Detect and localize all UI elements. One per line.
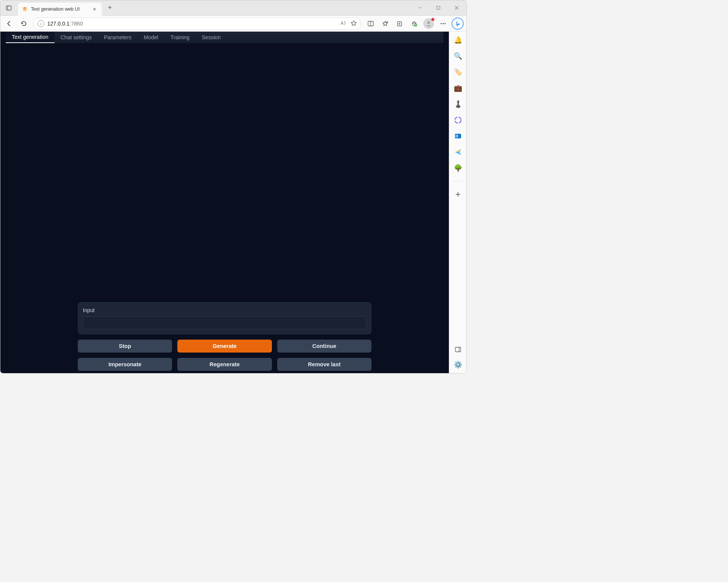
- content-row: Text generation Chat settings Parameters…: [0, 32, 466, 373]
- site-info-icon[interactable]: i: [37, 20, 44, 27]
- continue-button[interactable]: Continue: [277, 340, 371, 353]
- collections-icon[interactable]: [393, 17, 406, 30]
- regenerate-button[interactable]: Regenerate: [177, 358, 272, 371]
- input-panel: Input: [78, 302, 371, 334]
- new-tab-button[interactable]: +: [104, 2, 116, 14]
- tree-icon[interactable]: 🌳: [453, 163, 463, 173]
- tab-chat-settings[interactable]: Chat settings: [55, 32, 98, 43]
- sidebar-panel-icon[interactable]: [453, 344, 463, 355]
- maximize-button[interactable]: [430, 2, 447, 14]
- tab-parameters[interactable]: Parameters: [98, 32, 137, 43]
- nav-bar: i 127.0.0.1:7860 A: [0, 16, 466, 32]
- tab-favicon-icon: [22, 6, 28, 12]
- app-tabs: Text generation Chat settings Parameters…: [6, 32, 444, 43]
- stop-button[interactable]: Stop: [78, 340, 172, 353]
- read-aloud-icon[interactable]: A: [340, 20, 347, 27]
- svg-rect-0: [6, 6, 11, 10]
- input-label: Input: [83, 307, 366, 313]
- generate-button[interactable]: Generate: [177, 340, 272, 353]
- svg-text:A: A: [341, 21, 344, 26]
- close-window-button[interactable]: [448, 2, 465, 14]
- tab-training[interactable]: Training: [164, 32, 196, 43]
- svg-rect-25: [455, 347, 461, 352]
- svg-rect-3: [437, 6, 440, 10]
- svg-point-22: [456, 135, 458, 137]
- svg-point-18: [445, 23, 446, 24]
- back-button[interactable]: [3, 17, 16, 30]
- svg-point-19: [455, 117, 461, 123]
- outlook-icon[interactable]: [453, 131, 463, 141]
- tag-icon[interactable]: 🏷️: [453, 67, 463, 77]
- tab-text-generation[interactable]: Text generation: [6, 32, 55, 43]
- svg-point-17: [443, 23, 444, 24]
- minimize-button[interactable]: [411, 2, 428, 14]
- page-viewport[interactable]: Text generation Chat settings Parameters…: [0, 32, 449, 373]
- tab-close-icon[interactable]: ×: [91, 6, 98, 12]
- tab-actions-button[interactable]: [2, 1, 16, 15]
- avatar-icon: [423, 18, 434, 29]
- svg-point-16: [441, 23, 442, 24]
- title-bar: Text generation web UI × +: [0, 0, 466, 16]
- window-controls: [411, 2, 466, 14]
- profile-button[interactable]: [422, 17, 435, 30]
- more-button[interactable]: [437, 17, 450, 30]
- impersonate-button[interactable]: Impersonate: [78, 358, 172, 371]
- buttons-grid: Stop Generate Continue Impersonate Regen…: [78, 340, 371, 371]
- bing-button[interactable]: [451, 17, 464, 30]
- notifications-icon[interactable]: 🔔: [453, 35, 463, 45]
- tab-title: Text generation web UI: [31, 6, 88, 12]
- search-icon[interactable]: 🔍: [453, 51, 463, 61]
- add-sidebar-icon[interactable]: [453, 189, 463, 200]
- remove-last-button[interactable]: Remove last: [277, 358, 371, 371]
- browser-tab[interactable]: Text generation web UI ×: [18, 3, 102, 16]
- address-host: 127.0.0.1:7860: [47, 21, 83, 27]
- refresh-button[interactable]: [17, 17, 30, 30]
- games-icon[interactable]: ♟️: [453, 99, 463, 109]
- favorite-icon[interactable]: [350, 20, 357, 27]
- send-icon[interactable]: [453, 147, 463, 157]
- tab-model[interactable]: Model: [138, 32, 164, 43]
- performance-icon[interactable]: [408, 17, 421, 30]
- split-screen-icon[interactable]: [364, 17, 377, 30]
- address-bar[interactable]: i 127.0.0.1:7860 A: [33, 18, 361, 30]
- favorites-icon[interactable]: [379, 17, 392, 30]
- chat-area: [0, 43, 449, 302]
- briefcase-icon[interactable]: 💼: [453, 83, 463, 93]
- svg-point-15: [427, 21, 430, 24]
- input-textbox[interactable]: [83, 316, 366, 329]
- copilot-icon[interactable]: [453, 115, 463, 125]
- edge-sidebar: 🔔 🔍 🏷️ 💼 ♟️ 🌳 ⚙️: [449, 32, 466, 373]
- sidebar-divider: [453, 181, 463, 181]
- tab-session[interactable]: Session: [196, 32, 227, 43]
- browser-window: Text generation web UI × + i 127.0.0.1:7…: [0, 0, 467, 374]
- settings-icon[interactable]: ⚙️: [453, 359, 463, 370]
